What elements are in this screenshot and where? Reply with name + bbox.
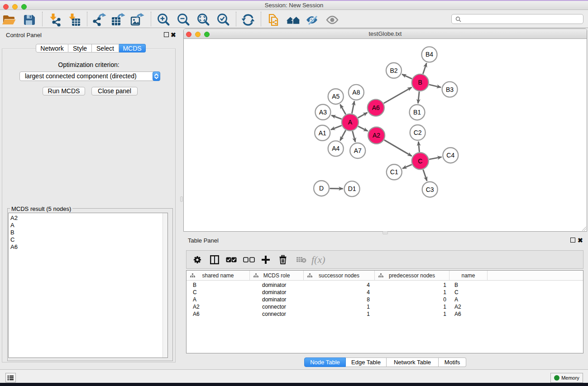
svg-text:D1: D1 <box>348 185 356 192</box>
svg-text:A5: A5 <box>332 93 339 100</box>
svg-text:A: A <box>348 119 353 126</box>
svg-text:A7: A7 <box>354 147 362 154</box>
svg-text:B3: B3 <box>446 86 454 93</box>
svg-text:A3: A3 <box>319 109 327 116</box>
svg-text:B1: B1 <box>413 109 421 116</box>
svg-text:C: C <box>418 157 422 165</box>
svg-text:A2: A2 <box>373 132 380 139</box>
svg-text:A6: A6 <box>372 104 380 111</box>
svg-text:C4: C4 <box>446 152 454 159</box>
svg-text:C2: C2 <box>414 129 422 136</box>
svg-text:B4: B4 <box>425 51 433 58</box>
svg-text:B2: B2 <box>390 67 397 74</box>
svg-text:A1: A1 <box>319 129 326 137</box>
svg-text:B: B <box>418 79 422 86</box>
svg-text:D: D <box>319 185 324 192</box>
svg-text:C1: C1 <box>390 168 398 176</box>
svg-text:A8: A8 <box>352 89 360 96</box>
svg-text:A4: A4 <box>332 145 339 152</box>
svg-text:C3: C3 <box>426 186 434 193</box>
